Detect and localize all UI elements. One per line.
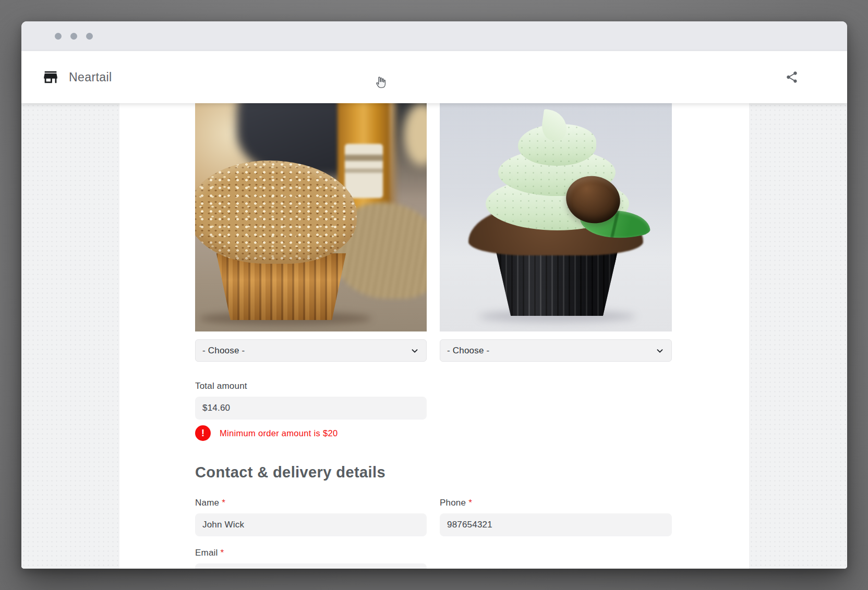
- error-message: ! Minimum order amount is $20: [195, 425, 427, 441]
- brand-name: Neartail: [69, 70, 112, 84]
- window-dot: [55, 33, 62, 40]
- browser-window: Neartail: [21, 21, 847, 569]
- window-dot: [70, 33, 77, 40]
- name-input[interactable]: [195, 513, 427, 536]
- name-field-group: Name*: [195, 498, 427, 536]
- total-amount-label: Total amount: [195, 381, 427, 391]
- contact-heading: Contact & delivery details: [195, 464, 672, 481]
- muffin-photo-bottle-label: [345, 144, 383, 198]
- contact-fields: Name* Phone* Email*: [195, 498, 672, 569]
- cupcake-select-value: - Choose -: [447, 346, 489, 356]
- product-column-muffin: - Choose - Total amount ! Minimum order …: [195, 103, 427, 441]
- share-icon[interactable]: [785, 70, 799, 84]
- chevron-down-icon: [410, 346, 419, 355]
- order-form-page: - Choose - Total amount ! Minimum order …: [21, 103, 847, 569]
- total-amount-input[interactable]: [195, 397, 427, 420]
- muffin-photo-corner-muffin: [404, 103, 427, 166]
- email-label: Email*: [195, 548, 427, 558]
- phone-label: Phone*: [440, 498, 672, 508]
- chevron-down-icon: [655, 346, 665, 355]
- window-dot: [86, 33, 93, 40]
- error-icon: !: [195, 425, 211, 441]
- muffin-select-value: - Choose -: [202, 346, 245, 356]
- cupcake-photo: [440, 103, 672, 331]
- storefront-icon: [42, 68, 59, 86]
- email-input[interactable]: [195, 563, 427, 569]
- required-asterisk: *: [221, 548, 224, 558]
- email-field-group: Email*: [195, 548, 427, 569]
- cupcake-choose-select[interactable]: - Choose -: [440, 339, 672, 362]
- phone-input[interactable]: [440, 513, 672, 536]
- required-asterisk: *: [222, 498, 225, 508]
- product-column-cupcake: - Choose -: [440, 103, 672, 441]
- browser-titlebar: [21, 21, 847, 51]
- muffin-choose-select[interactable]: - Choose -: [195, 339, 427, 362]
- brand: Neartail: [42, 68, 112, 86]
- app-header: Neartail: [21, 51, 847, 103]
- form-content: - Choose - Total amount ! Minimum order …: [119, 103, 749, 569]
- product-grid: - Choose - Total amount ! Minimum order …: [195, 103, 672, 441]
- phone-field-group: Phone*: [440, 498, 672, 536]
- error-text: Minimum order amount is $20: [220, 428, 337, 438]
- name-label: Name*: [195, 498, 427, 508]
- required-asterisk: *: [468, 498, 472, 508]
- muffin-photo: [195, 103, 427, 331]
